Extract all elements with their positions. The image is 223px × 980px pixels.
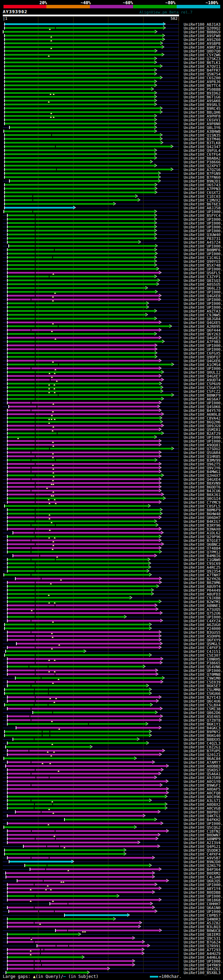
hsp-bar[interactable] bbox=[10, 861, 71, 862]
hsp-bar[interactable] bbox=[5, 65, 160, 67]
hsp-bar[interactable] bbox=[8, 375, 159, 377]
hsp-bar[interactable] bbox=[8, 589, 151, 591]
hsp-bar[interactable] bbox=[8, 513, 160, 514]
hsp-bar[interactable] bbox=[8, 287, 145, 289]
hsp-bar[interactable] bbox=[5, 38, 162, 40]
hsp-bar[interactable] bbox=[8, 498, 163, 499]
hsp-bar[interactable] bbox=[8, 662, 160, 663]
hsp-bar[interactable] bbox=[8, 937, 132, 939]
hsp-bar[interactable] bbox=[5, 169, 171, 170]
hsp-bar[interactable] bbox=[5, 689, 149, 690]
hsp-bar[interactable] bbox=[5, 203, 113, 205]
hsp-bar[interactable] bbox=[8, 647, 159, 648]
hsp-bar[interactable] bbox=[8, 792, 166, 794]
hsp-bar[interactable] bbox=[5, 84, 154, 86]
hsp-bar[interactable] bbox=[8, 440, 159, 442]
hsp-bar[interactable] bbox=[8, 605, 155, 606]
hsp-bar[interactable] bbox=[8, 834, 158, 836]
hsp-bar[interactable] bbox=[8, 218, 154, 220]
hsp-bar[interactable] bbox=[8, 566, 148, 568]
hsp-bar[interactable] bbox=[8, 754, 159, 756]
hsp-bar[interactable] bbox=[8, 360, 159, 361]
hsp-bar[interactable] bbox=[5, 654, 149, 656]
hsp-bar[interactable] bbox=[5, 27, 163, 29]
hsp-bar[interactable] bbox=[5, 100, 154, 102]
hsp-bar[interactable] bbox=[8, 528, 159, 530]
hsp-bar[interactable] bbox=[8, 482, 159, 484]
hsp-bar[interactable] bbox=[8, 253, 155, 255]
hsp-bar[interactable] bbox=[8, 964, 132, 966]
hsp-bar[interactable] bbox=[5, 188, 155, 189]
hsp-bar[interactable] bbox=[8, 907, 152, 908]
hsp-bar[interactable] bbox=[8, 543, 161, 545]
hsp-bar[interactable] bbox=[8, 796, 165, 797]
hsp-bar[interactable] bbox=[5, 103, 154, 105]
hsp-bar[interactable] bbox=[8, 922, 140, 924]
hsp-bar[interactable] bbox=[8, 616, 124, 618]
hsp-bar[interactable] bbox=[56, 929, 159, 931]
hsp-bar[interactable] bbox=[8, 325, 169, 327]
hsp-bar[interactable] bbox=[8, 585, 156, 587]
hsp-bar[interactable] bbox=[5, 35, 162, 37]
hsp-bar[interactable] bbox=[8, 673, 156, 675]
hsp-bar[interactable] bbox=[4, 574, 149, 576]
hsp-bar[interactable] bbox=[8, 302, 146, 304]
hsp-bar[interactable] bbox=[8, 215, 154, 216]
hsp-bar[interactable] bbox=[3, 31, 155, 33]
hsp-bar[interactable] bbox=[8, 842, 138, 843]
hsp-bar[interactable] bbox=[13, 738, 137, 740]
hsp-bar[interactable] bbox=[5, 704, 150, 706]
hsp-bar[interactable] bbox=[5, 199, 138, 201]
hsp-bar[interactable] bbox=[5, 81, 154, 83]
hsp-bar[interactable] bbox=[8, 436, 154, 438]
hsp-bar[interactable] bbox=[5, 54, 162, 56]
hsp-bar[interactable] bbox=[8, 341, 162, 342]
hsp-bar[interactable] bbox=[8, 536, 159, 538]
hsp-bar[interactable] bbox=[8, 433, 161, 434]
hsp-bar[interactable] bbox=[8, 926, 138, 928]
hsp-bar[interactable] bbox=[8, 272, 159, 274]
hsp-bar[interactable] bbox=[8, 352, 155, 354]
hsp-bar[interactable] bbox=[8, 696, 159, 698]
hsp-bar[interactable] bbox=[5, 77, 160, 79]
hsp-bar[interactable] bbox=[4, 757, 134, 759]
hsp-bar[interactable] bbox=[8, 593, 151, 595]
hsp-bar[interactable] bbox=[8, 383, 159, 385]
hsp-bar[interactable] bbox=[8, 463, 159, 465]
hsp-bar[interactable] bbox=[5, 161, 150, 163]
hsp-bar[interactable] bbox=[8, 283, 156, 285]
hsp-bar[interactable] bbox=[8, 681, 160, 683]
hsp-bar[interactable] bbox=[5, 735, 149, 736]
hsp-bar[interactable] bbox=[13, 532, 161, 534]
hsp-bar[interactable] bbox=[16, 578, 159, 579]
hsp-bar[interactable] bbox=[8, 264, 154, 266]
hsp-bar[interactable] bbox=[8, 803, 165, 805]
hsp-bar[interactable] bbox=[8, 425, 161, 426]
hsp-bar[interactable] bbox=[6, 972, 87, 974]
hsp-bar[interactable] bbox=[6, 765, 166, 767]
hsp-bar[interactable] bbox=[8, 486, 159, 488]
hsp-bar[interactable] bbox=[8, 639, 159, 641]
hsp-bar[interactable] bbox=[4, 211, 154, 212]
hsp-bar[interactable] bbox=[8, 364, 172, 365]
hsp-bar[interactable] bbox=[4, 826, 134, 828]
hsp-bar[interactable] bbox=[13, 555, 154, 557]
hsp-bar[interactable] bbox=[10, 127, 154, 128]
hsp-bar[interactable] bbox=[8, 459, 155, 461]
hsp-bar[interactable] bbox=[8, 276, 154, 277]
hsp-bar[interactable] bbox=[65, 914, 127, 916]
hsp-bar[interactable] bbox=[6, 651, 83, 652]
hsp-bar[interactable] bbox=[8, 658, 160, 660]
hsp-bar[interactable] bbox=[5, 138, 160, 140]
hsp-bar[interactable] bbox=[8, 773, 159, 775]
hsp-bar[interactable] bbox=[8, 237, 154, 239]
hsp-bar[interactable] bbox=[6, 872, 152, 874]
hsp-bar[interactable] bbox=[5, 146, 171, 147]
hsp-bar[interactable] bbox=[8, 414, 161, 415]
hsp-bar[interactable] bbox=[5, 115, 154, 117]
hsp-bar[interactable] bbox=[8, 306, 146, 308]
hsp-bar[interactable] bbox=[17, 643, 160, 644]
hsp-bar[interactable] bbox=[8, 371, 161, 373]
hsp-bar[interactable] bbox=[8, 241, 138, 243]
hsp-bar[interactable] bbox=[6, 876, 152, 878]
